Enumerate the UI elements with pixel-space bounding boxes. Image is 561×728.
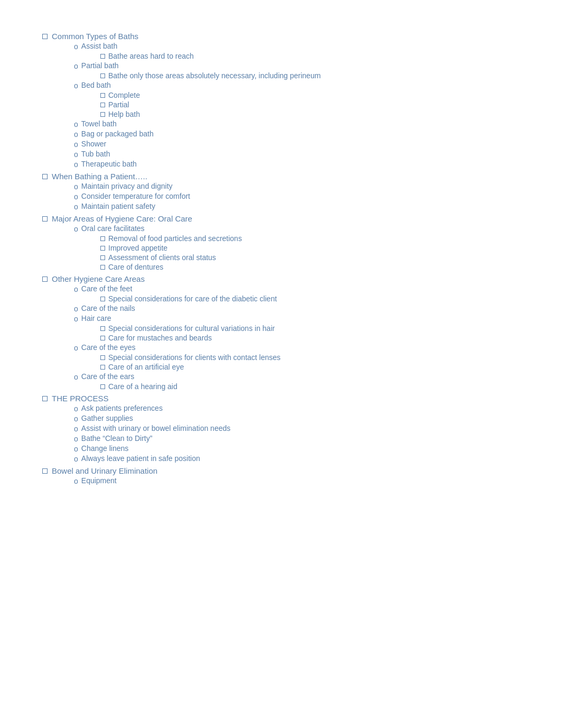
item-text: Bathe only those areas absolutely necess… — [108, 71, 321, 80]
bullet-icon — [100, 265, 105, 270]
o-bullet-icon: o — [74, 315, 78, 323]
o-bullet-icon: o — [74, 81, 78, 90]
item-text: Help bath — [108, 110, 140, 118]
section-title: Bowel and Urinary Elimination — [52, 466, 157, 475]
item-text: Partial — [108, 100, 129, 109]
list-item: Special considerations for clients with … — [100, 353, 540, 362]
list-item: Partial — [100, 100, 540, 109]
list-item: Care for mustaches and beards — [100, 334, 540, 342]
o-bullet-icon: o — [74, 455, 78, 463]
item-text: Shower — [81, 140, 106, 148]
list-item: Care of a hearing aid — [100, 382, 540, 391]
o-bullet-icon: o — [74, 373, 78, 381]
list-item: oAlways leave patient in safe position — [74, 454, 540, 463]
list-item: Special considerations for cultural vari… — [100, 324, 540, 333]
list-item: oTowel bath — [74, 119, 540, 128]
list-item: Bathe areas hard to reach — [100, 52, 540, 60]
o-bullet-icon: o — [74, 445, 78, 453]
item-text: Oral care facilitates — [81, 224, 145, 233]
list-item: oCare of the nails — [74, 304, 540, 313]
main-outline: Common Types of BathsoAssist bathBathe a… — [42, 32, 540, 485]
bullet-icon — [100, 93, 105, 98]
bullet-icon — [100, 365, 105, 370]
bullet-icon — [100, 73, 105, 78]
bullet-icon — [100, 112, 105, 117]
list-item: oHair careSpecial considerations for cul… — [74, 314, 540, 342]
bullet-icon — [100, 54, 105, 59]
list-item: Removal of food particles and secretions — [100, 234, 540, 243]
o-bullet-icon: o — [74, 425, 78, 433]
list-item: Help bath — [100, 110, 540, 118]
section-title: THE PROCESS — [52, 394, 109, 403]
o-bullet-icon: o — [74, 285, 78, 293]
square-bullet-icon — [42, 174, 48, 179]
item-text: Care of an artificial eye — [108, 363, 184, 371]
o-bullet-icon: o — [74, 477, 78, 485]
item-text: Equipment — [81, 476, 117, 485]
item-text: Special considerations for cultural vari… — [108, 324, 275, 333]
item-text: Bathe “Clean to Dirty” — [81, 434, 153, 443]
item-text: Improved appetite — [108, 244, 167, 252]
item-text: Bed bath — [81, 81, 111, 89]
item-text: Maintain privacy and dignity — [81, 182, 173, 190]
list-item: oAssist bathBathe areas hard to reach — [74, 42, 540, 60]
square-bullet-icon — [42, 34, 48, 39]
item-text: Therapeutic bath — [81, 160, 137, 168]
o-bullet-icon: o — [74, 62, 78, 70]
o-bullet-icon: o — [74, 404, 78, 413]
list-item: Care of dentures — [100, 263, 540, 271]
list-item: oTherapeutic bath — [74, 160, 540, 169]
bullet-icon — [100, 103, 105, 107]
list-item: When Bathing a Patient…..oMaintain priva… — [42, 172, 540, 211]
list-item: oBathe “Clean to Dirty” — [74, 434, 540, 443]
list-item: Care of an artificial eye — [100, 363, 540, 371]
bullet-icon — [100, 246, 105, 251]
list-item: oBag or packaged bath — [74, 130, 540, 139]
list-item: THE PROCESSoAsk patients preferencesoGat… — [42, 394, 540, 463]
list-item: Special considerations for care of the d… — [100, 294, 540, 303]
item-text: Special considerations for care of the d… — [108, 294, 277, 303]
list-item: oCare of the eyesSpecial considerations … — [74, 343, 540, 371]
item-text: Tub bath — [81, 150, 110, 158]
item-text: Consider temperature for comfort — [81, 192, 190, 200]
o-bullet-icon: o — [74, 435, 78, 443]
section-title: When Bathing a Patient….. — [52, 172, 147, 181]
o-bullet-icon: o — [74, 202, 78, 211]
item-text: Special considerations for clients with … — [108, 353, 280, 362]
section-title: Common Types of Baths — [52, 32, 138, 41]
list-item: oBed bathCompletePartialHelp bath — [74, 81, 540, 118]
list-item: oConsider temperature for comfort — [74, 192, 540, 201]
o-bullet-icon: o — [74, 344, 78, 352]
square-bullet-icon — [42, 468, 48, 474]
section-title: Other Hygiene Care Areas — [52, 274, 145, 283]
item-text: Removal of food particles and secretions — [108, 234, 242, 243]
list-item: oPartial bathBathe only those areas abso… — [74, 61, 540, 80]
o-bullet-icon: o — [74, 414, 78, 423]
square-bullet-icon — [42, 277, 48, 282]
item-text: Ask patients preferences — [81, 404, 163, 412]
square-bullet-icon — [42, 216, 48, 222]
list-item: oTub bath — [74, 150, 540, 159]
bullet-icon — [100, 336, 105, 340]
item-text: Care of the nails — [81, 304, 135, 312]
bullet-icon — [100, 326, 105, 331]
list-item: Common Types of BathsoAssist bathBathe a… — [42, 32, 540, 169]
item-text: Care of the feet — [81, 284, 133, 293]
item-text: Care of the eyes — [81, 343, 136, 352]
bullet-icon — [100, 236, 105, 241]
list-item: oAssist with urinary or bowel eliminatio… — [74, 424, 540, 433]
list-item: oAsk patients preferences — [74, 404, 540, 413]
list-item: oCare of the earsCare of a hearing aid — [74, 372, 540, 391]
bullet-icon — [100, 384, 105, 389]
list-item: Major Areas of Hygiene Care: Oral CareoO… — [42, 214, 540, 271]
list-item: oChange linens — [74, 444, 540, 453]
o-bullet-icon: o — [74, 120, 78, 128]
item-text: Care for mustaches and beards — [108, 334, 212, 342]
o-bullet-icon: o — [74, 182, 78, 191]
o-bullet-icon: o — [74, 225, 78, 233]
list-item: Complete — [100, 91, 540, 99]
list-item: Other Hygiene Care AreasoCare of the fee… — [42, 274, 540, 391]
list-item: oMaintain patient safety — [74, 202, 540, 211]
item-text: Assessment of clients oral status — [108, 253, 216, 262]
item-text: Change linens — [81, 444, 129, 453]
